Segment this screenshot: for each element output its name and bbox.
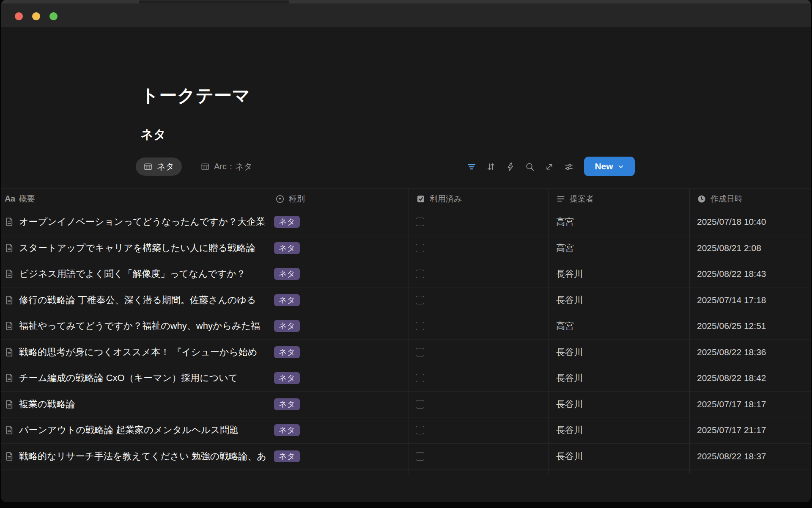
- cell-title[interactable]: 複業の戦略論: [1, 392, 268, 418]
- cell-proposer[interactable]: 高宮: [549, 209, 690, 235]
- view-tab-neta[interactable]: ネタ: [136, 157, 182, 176]
- row-title-text: 戦略的なリサーチ手法を教えてください 勉強の戦略論、あ: [19, 450, 266, 463]
- aa-icon: Aa: [5, 194, 15, 204]
- cell-title[interactable]: ビジネス用語でよく聞く「解像度」ってなんですか？: [1, 261, 268, 287]
- row-title-text: ビジネス用語でよく聞く「解像度」ってなんですか？: [19, 268, 246, 280]
- cell-proposer[interactable]: 長谷川: [549, 340, 690, 366]
- column-header-5[interactable]: 作成日時: [690, 189, 811, 209]
- view-tab-label: Arc：ネタ: [214, 161, 252, 172]
- type-tag: ネタ: [274, 398, 300, 410]
- cell-type[interactable]: ネタ: [268, 392, 409, 418]
- cell-created[interactable]: 2025/08/22 18:37: [690, 444, 811, 470]
- cell-type[interactable]: ネタ: [268, 313, 409, 340]
- page-icon: [4, 373, 15, 384]
- cell-type[interactable]: ネタ: [268, 261, 409, 287]
- table-row: チーム編成の戦略論 CxO（キーマン）採用についてネタ長谷川2025/08/22…: [1, 365, 811, 392]
- close-button[interactable]: [15, 12, 23, 20]
- page-icon: [4, 268, 15, 279]
- used-checkbox[interactable]: [416, 400, 424, 409]
- cell-type[interactable]: ネタ: [268, 365, 409, 392]
- used-checkbox[interactable]: [416, 296, 424, 304]
- type-tag: ネタ: [274, 216, 300, 228]
- page-icon: [4, 347, 15, 358]
- cell-proposer[interactable]: 高宮: [549, 235, 690, 262]
- page-title[interactable]: トークテーマ: [141, 84, 250, 108]
- table-header-row: Aa概要種別利用済み提案者作成日時: [1, 188, 811, 209]
- cell-title[interactable]: 戦略的なリサーチ手法を教えてください 勉強の戦略論、あ: [1, 444, 268, 470]
- cell-created[interactable]: 2025/07/18 10:40: [690, 209, 811, 235]
- text-lines-icon: [556, 194, 566, 204]
- search-icon[interactable]: [525, 162, 535, 172]
- minimize-button[interactable]: [32, 12, 40, 20]
- titlebar: [1, 0, 811, 27]
- used-checkbox[interactable]: [416, 218, 424, 226]
- cell-created[interactable]: 2025/07/14 17:18: [690, 287, 811, 314]
- column-header-label: 提案者: [570, 193, 594, 204]
- column-header-2[interactable]: 種別: [268, 189, 409, 209]
- cell-title[interactable]: スタートアップでキャリアを構築したい人に贈る戦略論: [1, 235, 268, 262]
- cell-title[interactable]: 戦略的思考が身につくオススメ本！ 『イシューから始め: [1, 340, 268, 366]
- cell-proposer[interactable]: 長谷川: [549, 365, 690, 392]
- cell-title[interactable]: オープンイノベーションってどうなったんですか？大企業: [1, 209, 268, 235]
- used-checkbox[interactable]: [416, 322, 424, 330]
- cell-type[interactable]: ネタ: [268, 417, 409, 444]
- cell-title[interactable]: チーム編成の戦略論 CxO（キーマン）採用について: [1, 365, 268, 392]
- cell-created[interactable]: 2025/06/25 12:51: [690, 313, 811, 340]
- table-row: ビジネス用語でよく聞く「解像度」ってなんですか？ネタ長谷川2025/08/22 …: [1, 261, 811, 287]
- view-tab-arc-neta[interactable]: Arc：ネタ: [193, 157, 260, 176]
- cell-proposer[interactable]: 長谷川: [549, 417, 690, 444]
- cell-proposer[interactable]: 高宮: [549, 313, 690, 340]
- used-checkbox[interactable]: [416, 270, 424, 278]
- page-icon: [4, 216, 15, 227]
- cell-type[interactable]: ネタ: [268, 444, 409, 470]
- chevron-down-icon[interactable]: [617, 163, 624, 170]
- column-header-label: 概要: [19, 193, 35, 204]
- used-checkbox[interactable]: [416, 452, 424, 461]
- new-button[interactable]: New: [584, 157, 635, 176]
- column-header-1[interactable]: Aa概要: [1, 189, 268, 209]
- used-checkbox[interactable]: [416, 244, 424, 252]
- column-header-label: 種別: [289, 193, 305, 204]
- cell-type[interactable]: ネタ: [268, 340, 409, 366]
- cell-type[interactable]: ネタ: [268, 287, 409, 314]
- expand-icon[interactable]: [544, 162, 554, 172]
- used-checkbox[interactable]: [416, 426, 424, 434]
- section-heading[interactable]: ネタ: [141, 126, 166, 143]
- column-header-3[interactable]: 利用済み: [409, 189, 549, 209]
- cell-created[interactable]: 2025/08/22 18:36: [690, 340, 811, 366]
- app-window: トークテーマ ネタ ネタ Arc：ネタ New Aa概要種別利用済み提案者作成日…: [1, 0, 811, 502]
- cell-title[interactable]: バーンアウトの戦略論 起業家のメンタルヘルス問題: [1, 417, 268, 444]
- cell-proposer[interactable]: 長谷川: [549, 444, 690, 470]
- type-tag: ネタ: [274, 294, 300, 306]
- filter-icon[interactable]: [466, 162, 477, 172]
- column-header-4[interactable]: 提案者: [549, 189, 690, 209]
- cell-proposer[interactable]: 長谷川: [549, 261, 690, 287]
- used-checkbox[interactable]: [416, 348, 424, 356]
- page-icon: [4, 425, 15, 436]
- cell-created[interactable]: 2025/08/21 2:08: [690, 235, 811, 262]
- cell-type[interactable]: ネタ: [268, 235, 409, 262]
- cell-title[interactable]: 福祉やってみてどうですか？福祉のwhy、whyからみた福: [1, 313, 268, 340]
- table-row: 戦略的思考が身につくオススメ本！ 『イシューから始めネタ長谷川2025/08/2…: [1, 340, 811, 366]
- cell-title[interactable]: 修行の戦略論 丁稚奉公、深く潜る期間。佐藤さんのゆる: [1, 287, 268, 314]
- used-checkbox[interactable]: [416, 374, 424, 382]
- lightning-icon[interactable]: [505, 162, 516, 172]
- page-icon: [4, 399, 15, 410]
- type-tag: ネタ: [274, 346, 300, 358]
- sort-icon[interactable]: [486, 162, 496, 172]
- table-row: 修行の戦略論 丁稚奉公、深く潜る期間。佐藤さんのゆるネタ長谷川2025/07/1…: [1, 287, 811, 314]
- cell-type[interactable]: ネタ: [268, 209, 409, 235]
- type-tag: ネタ: [274, 372, 300, 384]
- type-tag: ネタ: [274, 424, 300, 436]
- view-toolbar: [466, 162, 574, 172]
- page-icon: [4, 295, 15, 306]
- cell-created[interactable]: 2025/08/22 18:42: [690, 365, 811, 392]
- sliders-icon[interactable]: [564, 162, 574, 172]
- zoom-button[interactable]: [49, 12, 58, 20]
- cell-created[interactable]: 2025/08/22 18:43: [690, 261, 811, 287]
- cell-created[interactable]: 2025/07/17 21:17: [690, 417, 811, 444]
- cell-proposer[interactable]: 長谷川: [549, 392, 690, 418]
- cell-proposer[interactable]: 長谷川: [549, 287, 690, 314]
- cell-created[interactable]: 2025/07/17 18:17: [690, 392, 811, 418]
- cell-used: [409, 340, 549, 366]
